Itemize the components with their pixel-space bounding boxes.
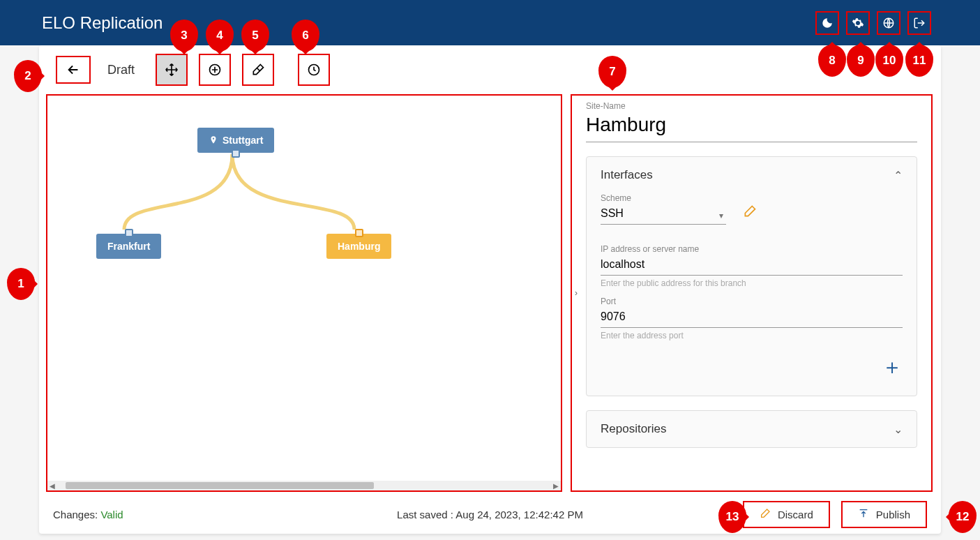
site-name-input[interactable] — [586, 111, 917, 142]
language-button[interactable] — [877, 11, 900, 35]
interfaces-accordion-header[interactable]: Interfaces ⌃ — [587, 157, 917, 193]
repositories-accordion-header[interactable]: Repositories ⌄ — [587, 411, 917, 447]
gear-icon — [852, 17, 864, 29]
arrow-left-icon — [66, 62, 81, 77]
node-right-label: Hamburg — [338, 241, 380, 252]
history-button[interactable] — [298, 54, 330, 86]
scroll-right-icon[interactable]: ▶ — [551, 482, 561, 490]
discard-button[interactable]: Discard — [743, 501, 830, 528]
eraser-icon — [760, 508, 771, 521]
ip-label: IP address or server name — [601, 244, 903, 254]
app-header: ELO Replication — [0, 0, 980, 45]
header-actions — [815, 11, 931, 35]
move-icon — [165, 63, 179, 77]
canvas-area[interactable]: Stuttgart Frankfurt Hamburg ◀ ▶ — [46, 94, 562, 492]
plus-icon: ＋ — [882, 355, 903, 378]
add-node-button[interactable] — [199, 54, 231, 86]
changes-status: Changes: Valid — [53, 509, 123, 520]
eraser-icon — [251, 63, 265, 77]
scroll-left-icon[interactable]: ◀ — [47, 482, 57, 490]
callout-1: 1 — [7, 268, 35, 300]
chevron-up-icon: ⌃ — [894, 169, 903, 182]
plus-circle-icon — [208, 63, 222, 77]
repositories-title: Repositories — [601, 422, 667, 436]
upload-icon — [858, 508, 869, 521]
publish-button[interactable]: Publish — [841, 501, 927, 528]
logout-icon — [913, 17, 926, 29]
canvas-edges — [47, 96, 561, 481]
interfaces-accordion: Interfaces ⌃ Scheme ▾ — [586, 156, 917, 396]
chevron-right-icon: › — [575, 288, 578, 298]
discard-label: Discard — [778, 509, 813, 520]
settings-button[interactable] — [846, 11, 870, 35]
detail-panel: › Site-Name Interfaces ⌃ Scheme ▾ — [571, 94, 933, 492]
pin-icon — [209, 135, 218, 145]
dark-mode-button[interactable] — [815, 11, 839, 35]
scheme-label: Scheme — [601, 193, 726, 203]
interface-delete-button[interactable] — [743, 204, 757, 222]
node-left-label: Frankfurt — [107, 241, 150, 252]
add-interface-button[interactable]: ＋ — [882, 353, 903, 382]
interfaces-body: Scheme ▾ IP address or server name Enter… — [587, 193, 917, 396]
canvas-horizontal-scrollbar[interactable]: ◀ ▶ — [47, 481, 561, 490]
eraser-icon — [743, 204, 757, 218]
chevron-down-icon: ⌄ — [894, 423, 903, 436]
repositories-accordion: Repositories ⌄ — [586, 410, 917, 448]
node-input-handle[interactable] — [125, 229, 133, 237]
changes-label: Changes: — [53, 509, 98, 520]
scheme-select[interactable] — [601, 204, 726, 225]
logout-button[interactable] — [907, 11, 931, 35]
ip-input[interactable] — [601, 255, 903, 276]
node-input-handle[interactable] — [355, 229, 363, 237]
draft-status: Draft — [107, 63, 135, 77]
node-right-selected[interactable]: Hamburg — [326, 234, 391, 259]
port-label: Port — [601, 297, 903, 306]
publish-label: Publish — [876, 509, 910, 520]
port-input[interactable] — [601, 308, 903, 328]
node-root-label: Stuttgart — [223, 135, 263, 146]
footer-bar: Changes: Valid Last saved : Aug 24, 2023… — [39, 495, 941, 534]
node-left[interactable]: Frankfurt — [96, 234, 161, 259]
site-name-label: Site-Name — [586, 101, 917, 111]
node-output-handle[interactable] — [232, 149, 240, 158]
editor-toolbar: Draft — [39, 45, 941, 94]
chevron-down-icon: ▾ — [719, 211, 723, 220]
last-saved-text: Last saved : Aug 24, 2023, 12:42:42 PM — [397, 509, 583, 520]
move-tool-button[interactable] — [156, 54, 188, 86]
port-hint: Enter the address port — [601, 331, 903, 340]
callout-2: 2 — [14, 60, 42, 92]
clock-icon — [307, 63, 321, 77]
workspace: Stuttgart Frankfurt Hamburg ◀ ▶ — [39, 94, 941, 492]
changes-status-value: Valid — [100, 509, 123, 520]
callout-12: 12 — [949, 501, 977, 533]
eraser-tool-button[interactable] — [242, 54, 274, 86]
moon-icon — [821, 17, 834, 29]
app-title: ELO Replication — [42, 13, 163, 33]
back-button[interactable] — [56, 56, 91, 84]
scrollbar-thumb[interactable] — [66, 482, 374, 489]
ip-hint: Enter the public address for this branch — [601, 278, 903, 288]
panel-collapse-handle[interactable]: › — [571, 283, 582, 303]
main-content: Draft Stuttgart — [39, 45, 941, 534]
node-root[interactable]: Stuttgart — [197, 128, 274, 153]
globe-icon — [882, 17, 895, 29]
interfaces-title: Interfaces — [601, 168, 653, 182]
